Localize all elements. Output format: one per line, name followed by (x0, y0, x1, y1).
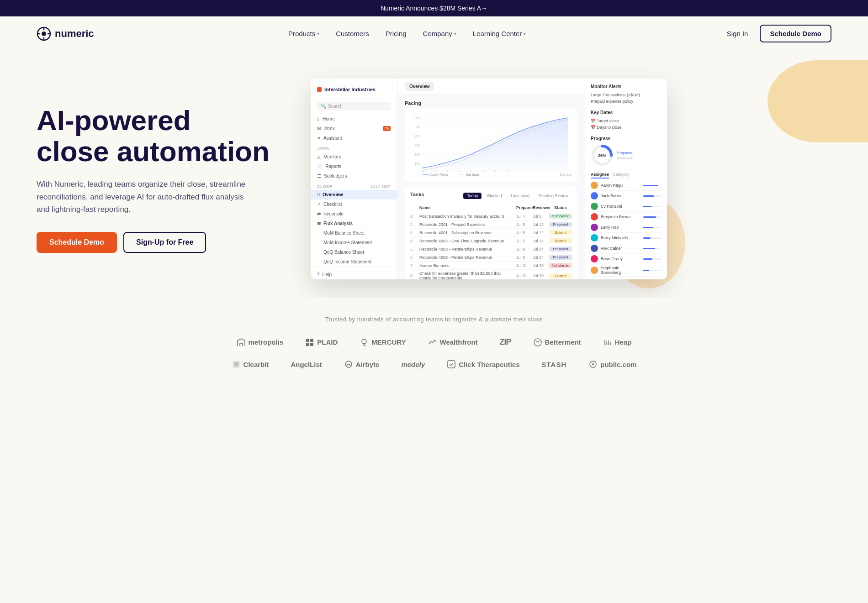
nav-schedule-demo-button[interactable]: Schedule Demo (760, 25, 831, 42)
hero-subtitle: With Numeric, leading teams organize the… (37, 178, 247, 215)
avatar (591, 224, 598, 231)
table-row: 5. Reconcile 4003 - Partnerships Revenue… (410, 245, 572, 253)
close-section-label: CLOSE JULY 2024 (311, 181, 397, 190)
task-filter-blocked[interactable]: Blocked (483, 193, 505, 199)
learning-caret: ▾ (524, 31, 526, 36)
sidebar-flux-analysis[interactable]: ≋ Flux Analysis (311, 219, 397, 228)
sidebar-item-subledgers[interactable]: ☰ Subledgers (311, 171, 397, 181)
avatar (591, 203, 598, 210)
logo-betterment: Betterment (533, 338, 581, 347)
status-badge: Prepared (549, 255, 572, 260)
svg-text:100%: 100% (413, 116, 420, 120)
svg-text:90%: 90% (415, 126, 420, 129)
progress-section: Progress 26% Prepared Reviewed (591, 136, 662, 167)
reconcile-icon: ⇄ (317, 211, 321, 216)
task-filter-pending[interactable]: Pending Review (535, 193, 572, 199)
svg-text:50%: 50% (415, 144, 420, 147)
sidebar-qoq-balance[interactable]: QoQ Balance Sheet (311, 247, 397, 257)
progress-bar (643, 195, 662, 197)
pacing-title: Pacing (405, 100, 577, 106)
logo-link[interactable]: numeric (37, 26, 94, 41)
sidebar-mom-balance[interactable]: MoM Balance Sheet (311, 228, 397, 238)
hero-signup-free-button[interactable]: Sign-Up for Free (123, 232, 206, 253)
nav-links: Products ▾ Customers Pricing Company ▾ L… (282, 26, 532, 41)
sidebar-help[interactable]: ? Help (311, 270, 397, 279)
status-badge: Not started (549, 263, 572, 268)
logo-medely: medely (401, 361, 425, 368)
logo-stash: STASH (542, 361, 567, 368)
announcement-bar[interactable]: Numeric Announces $28M Series A→ (0, 0, 868, 16)
nav-learning-center[interactable]: Learning Center ▾ (466, 26, 533, 41)
sidebar-item-reconcile[interactable]: ⇄ Reconcile (311, 209, 397, 219)
svg-rect-36 (306, 343, 309, 346)
plaid-text: PLAID (317, 338, 338, 346)
status-badge: Submit (549, 230, 572, 235)
logo-public: public.com (588, 360, 636, 369)
svg-text:-6: -6 (434, 169, 436, 172)
help-icon: ? (317, 272, 320, 277)
dash-sidebar: Interstellar Industries 🔍 Search ⌂ Home (311, 79, 397, 279)
list-item: Alex Calder (591, 243, 662, 254)
sidebar-item-overview[interactable]: □ Overview (311, 190, 397, 199)
progress-donut: 26% (591, 144, 614, 167)
mercury-text: MERCURY (371, 338, 406, 346)
category-tab[interactable]: Category (613, 172, 630, 178)
key-dates-section: Key Dates 📅 Target close 📅 Days to close (591, 110, 662, 131)
svg-text:-8: -8 (421, 169, 423, 172)
status-badge: Completed (549, 214, 572, 219)
progress-bar (643, 185, 662, 186)
calendar-icon: 📅 (591, 119, 597, 123)
dash-right-panel: Monitor Alerts Large Transactions (>$1M)… (585, 79, 667, 279)
nav-company[interactable]: Company ▾ (417, 26, 463, 41)
dashboard-mock: Interstellar Industries 🔍 Search ⌂ Home (311, 79, 667, 279)
status-badge: Submit (549, 273, 572, 278)
hero-schedule-demo-button[interactable]: Schedule Demo (37, 232, 117, 253)
sidebar-item-checklist[interactable]: ✓ Checklist (311, 199, 397, 209)
table-row: 1. Post transaction manually for treasur… (410, 212, 572, 220)
inbox-icon: ✉ (317, 126, 321, 131)
sidebar-item-inbox[interactable]: ✉ Inbox 79 (311, 124, 397, 133)
wealthfront-text: Wealthfront (440, 338, 478, 346)
progress-bar (643, 248, 662, 249)
nav-pricing[interactable]: Pricing (379, 26, 413, 41)
table-row: 7. Accrue Bonuses Jul 21 Jul 20 Not star… (410, 262, 572, 270)
svg-text:Business Day: Business Day (560, 173, 572, 177)
sidebar-qoq-income[interactable]: QoQ Income Statement (311, 257, 397, 267)
avatar (591, 234, 598, 241)
sidebar-item-monitors[interactable]: △ Monitors (311, 152, 397, 162)
dash-search-bar[interactable]: 🔍 Search (317, 102, 391, 110)
betterment-text: Betterment (545, 338, 581, 346)
svg-rect-47 (234, 362, 238, 367)
progress-title: Progress (591, 136, 662, 141)
tab-overview[interactable]: Overview (405, 82, 434, 91)
svg-text:0: 0 (470, 169, 471, 172)
task-filter-today[interactable]: Today (463, 193, 482, 199)
svg-text:Due Dates: Due Dates (466, 173, 480, 176)
svg-point-51 (592, 363, 594, 365)
inbox-badge: 79 (383, 126, 391, 131)
status-badge: Prepared (549, 222, 572, 227)
hero-dashboard: Interstellar Industries 🔍 Search ⌂ Home (311, 79, 831, 279)
sidebar-item-assistant[interactable]: ✦ Assistant (311, 133, 397, 143)
hero-left: AI-powered close automation With Numeric… (37, 105, 292, 253)
table-row: 8. Check for expenses greater than $2,50… (410, 270, 572, 279)
hero-section: AI-powered close automation With Numeric… (0, 51, 868, 298)
avatar (591, 182, 598, 189)
logo-zip: ZIP (500, 337, 511, 347)
sidebar-mom-income[interactable]: MoM Income Statement (311, 238, 397, 247)
signin-button[interactable]: Sign In (720, 26, 755, 41)
airbyte-text: Airbyte (356, 361, 380, 368)
task-filter-upcoming[interactable]: Upcoming (507, 193, 533, 199)
progress-bar (643, 270, 662, 271)
nav-products[interactable]: Products ▾ (282, 26, 326, 41)
logo-text: numeric (55, 28, 94, 40)
assignee-tab[interactable]: Assignee (591, 172, 609, 178)
stash-text: STASH (542, 361, 567, 368)
sidebar-item-home[interactable]: ⌂ Home (311, 114, 397, 124)
svg-point-38 (362, 339, 366, 344)
nav-customers[interactable]: Customers (329, 26, 376, 41)
avatar (591, 213, 598, 220)
list-item: Barry Michaels (591, 233, 662, 243)
sidebar-item-reports[interactable]: 📄 Reports (311, 162, 397, 171)
svg-text:-4: -4 (445, 169, 448, 172)
